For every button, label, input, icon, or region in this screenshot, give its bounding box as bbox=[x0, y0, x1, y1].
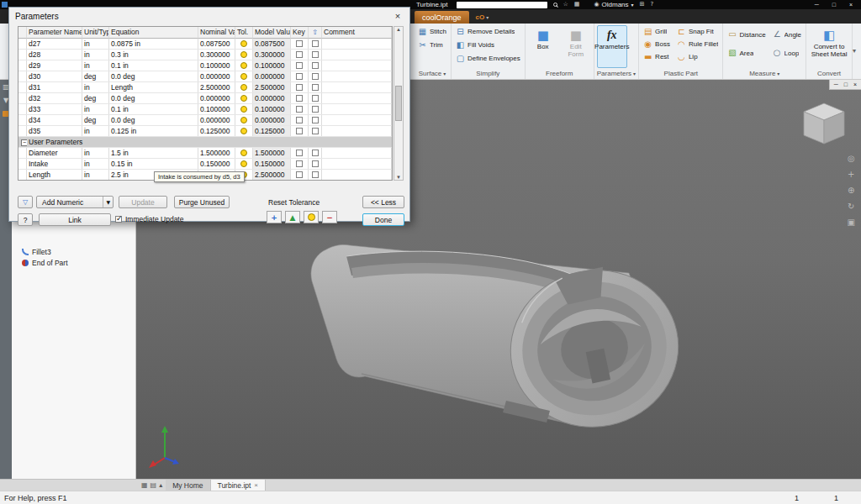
tolerance-indicator-icon[interactable] bbox=[240, 160, 247, 167]
ribbon-button-boss[interactable]: ◉Boss bbox=[642, 38, 672, 50]
ribbon-group-label[interactable]: Measure▾ bbox=[726, 68, 803, 79]
ribbon-button-stitch[interactable]: ▦Stitch bbox=[416, 25, 448, 38]
comment-cell[interactable] bbox=[322, 115, 392, 125]
switch-document-icon[interactable]: ▤ bbox=[151, 481, 157, 489]
doc-tab-my-home[interactable]: My Home bbox=[166, 480, 210, 491]
comment-cell[interactable] bbox=[322, 39, 392, 49]
export-checkbox[interactable] bbox=[312, 117, 319, 123]
key-checkbox[interactable] bbox=[296, 62, 303, 69]
col-nominal[interactable]: Nominal Valu bbox=[198, 27, 235, 39]
search-icon[interactable] bbox=[553, 3, 557, 7]
navigation-wheel-icon[interactable]: ◎ bbox=[848, 154, 855, 163]
param-section-row[interactable]: −User Parameters bbox=[18, 137, 392, 148]
close-tab-icon[interactable]: × bbox=[254, 481, 258, 489]
tolerance-negative-button[interactable]: − bbox=[322, 211, 337, 223]
param-row[interactable]: Diameterin1.5 in1.5000001.500000 bbox=[18, 148, 392, 159]
param-row[interactable]: d28in0.3 in0.3000000.300000 bbox=[18, 50, 392, 60]
ribbon-group-label[interactable]: Freeform bbox=[528, 68, 591, 79]
screenshot-icon[interactable]: ▦ bbox=[574, 2, 580, 8]
expand-docbar-icon[interactable]: ▴ bbox=[159, 481, 162, 489]
export-checkbox[interactable] bbox=[312, 62, 319, 69]
ribbon-button-distance[interactable]: ▭Distance bbox=[726, 29, 767, 41]
comment-cell[interactable] bbox=[322, 93, 392, 103]
help-button[interactable]: ? bbox=[18, 213, 33, 226]
app-icon[interactable] bbox=[2, 2, 8, 8]
export-checkbox[interactable] bbox=[312, 40, 319, 47]
export-checkbox[interactable] bbox=[312, 128, 319, 134]
col-model-value[interactable]: Model Value bbox=[253, 27, 291, 39]
param-row[interactable]: d27in0.0875 in0.0875000.087500 bbox=[18, 39, 392, 50]
scroll-up-icon[interactable]: ▲ bbox=[396, 27, 401, 32]
doc-minimize-icon[interactable]: ─ bbox=[834, 81, 838, 87]
key-checkbox[interactable] bbox=[296, 40, 303, 47]
ribbon-button-parameters[interactable]: fxParameters bbox=[597, 25, 627, 68]
ribbon-button-angle[interactable]: ∠Angle bbox=[771, 29, 803, 41]
ribbon-group-label[interactable]: Surface▾ bbox=[416, 68, 448, 79]
comment-cell[interactable] bbox=[322, 126, 392, 136]
pan-icon[interactable]: + bbox=[848, 170, 854, 179]
export-checkbox[interactable] bbox=[312, 73, 319, 80]
ribbon-button-define-envelopes[interactable]: ▢Define Envelopes bbox=[454, 52, 522, 65]
close-icon[interactable]: × bbox=[849, 2, 853, 8]
key-checkbox[interactable] bbox=[296, 95, 303, 102]
done-button[interactable]: Done bbox=[362, 213, 404, 226]
col-comment[interactable]: Comment bbox=[322, 27, 392, 39]
browser-item-fillet3[interactable]: Fillet3 bbox=[12, 246, 135, 257]
tolerance-indicator-icon[interactable] bbox=[240, 106, 247, 113]
collapse-icon[interactable]: − bbox=[21, 139, 27, 146]
param-row[interactable]: d30deg0.0 deg0.0000000.000000 bbox=[18, 71, 392, 82]
scroll-down-icon[interactable]: ▼ bbox=[396, 175, 401, 180]
purge-unused-button[interactable]: Purge Unused bbox=[174, 196, 230, 208]
orbit-icon[interactable]: ↻ bbox=[848, 202, 854, 211]
dialog-titlebar[interactable]: Parameters × bbox=[9, 8, 409, 24]
less-button[interactable]: << Less bbox=[362, 196, 404, 208]
link-button[interactable]: Link bbox=[39, 213, 111, 226]
param-row[interactable]: d34deg0.0 deg0.0000000.000000 bbox=[18, 115, 392, 126]
doc-close-icon[interactable]: × bbox=[853, 81, 857, 87]
export-checkbox[interactable] bbox=[312, 84, 319, 91]
col-equation[interactable]: Equation bbox=[109, 27, 198, 39]
ribbon-button-convert-to-sheet-metal[interactable]: ◧Convert to Sheet Metal bbox=[809, 25, 849, 68]
ribbon-group-label[interactable]: Convert bbox=[809, 68, 849, 79]
export-checkbox[interactable] bbox=[312, 106, 319, 113]
filter-button[interactable]: ▽ bbox=[18, 196, 33, 208]
search-input[interactable] bbox=[457, 2, 547, 8]
ribbon-button-box[interactable]: ■Box bbox=[528, 25, 558, 68]
ribbon-group-label[interactable]: Plastic Part bbox=[642, 68, 720, 79]
account-menu[interactable]: ◉ Oldmans ▾ bbox=[588, 1, 633, 8]
tolerance-indicator-icon[interactable] bbox=[240, 150, 247, 156]
ribbon-button-area[interactable]: ▧Area bbox=[726, 47, 767, 60]
minimize-icon[interactable]: ─ bbox=[815, 2, 819, 8]
export-checkbox[interactable] bbox=[312, 51, 319, 58]
zoom-icon[interactable]: ⊕ bbox=[848, 186, 854, 195]
key-checkbox[interactable] bbox=[296, 117, 303, 123]
add-numeric-button[interactable]: Add Numeric ▼ bbox=[36, 196, 114, 208]
param-row[interactable]: d29in0.1 in0.1000000.100000 bbox=[18, 60, 392, 71]
help-icon[interactable]: ? bbox=[650, 2, 653, 8]
ribbon-button-trim[interactable]: ✂Trim bbox=[416, 39, 448, 51]
apps-icon[interactable]: ⊞ bbox=[640, 2, 645, 8]
key-checkbox[interactable] bbox=[296, 171, 303, 178]
immediate-update-checkbox[interactable]: Immediate Update bbox=[115, 214, 183, 224]
ribbon-button-snap-fit[interactable]: ⊏Snap Fit bbox=[675, 25, 721, 38]
param-row[interactable]: d32deg0.0 deg0.0000000.000000 bbox=[18, 93, 392, 104]
tolerance-indicator-icon[interactable] bbox=[240, 73, 247, 80]
ribbon-button-edit-form[interactable]: ■Edit Form bbox=[561, 25, 591, 68]
tolerance-nominal-button[interactable] bbox=[304, 211, 319, 223]
key-checkbox[interactable] bbox=[296, 150, 303, 156]
comment-cell[interactable] bbox=[322, 159, 392, 169]
dialog-close-icon[interactable]: × bbox=[392, 11, 404, 21]
key-checkbox[interactable] bbox=[296, 73, 303, 80]
maximize-icon[interactable]: □ bbox=[832, 2, 836, 8]
ribbon-button-grill[interactable]: ▤Grill bbox=[642, 25, 672, 38]
comment-cell[interactable] bbox=[322, 60, 392, 71]
addin-menu[interactable]: cO ▾ bbox=[476, 11, 489, 24]
col-export[interactable]: ⇧ bbox=[309, 27, 322, 39]
ribbon-group-label[interactable]: Simplify bbox=[454, 68, 522, 79]
doc-restore-icon[interactable]: □ bbox=[844, 81, 848, 87]
tolerance-indicator-icon[interactable] bbox=[240, 51, 247, 58]
chevron-down-icon[interactable]: ▼ bbox=[103, 197, 113, 207]
param-row[interactable]: d31inLength2.5000002.500000 bbox=[18, 82, 392, 93]
update-button[interactable]: Update bbox=[119, 196, 167, 208]
tolerance-indicator-icon[interactable] bbox=[240, 40, 247, 47]
